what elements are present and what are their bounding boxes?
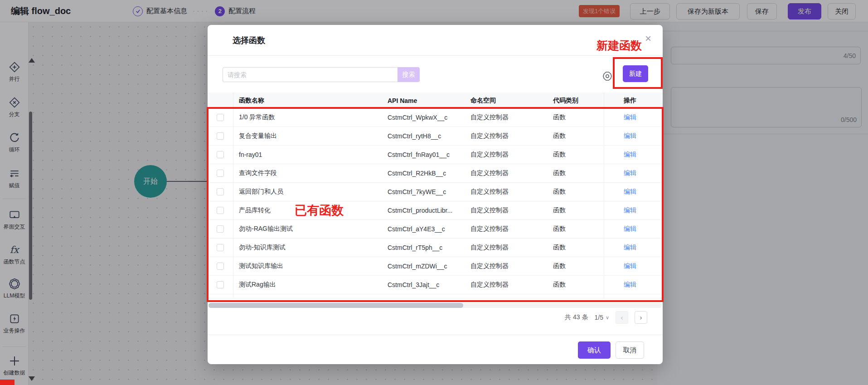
- function-table-body: 1/0 异常函数 CstmCtrl_WpkwX__c 自定义控制器 函数 编辑 …: [208, 108, 663, 294]
- row-checkbox[interactable]: [217, 132, 224, 140]
- table-row[interactable]: 复合变量输出 CstmCtrl_rytH8__c 自定义控制器 函数 编辑: [208, 127, 663, 146]
- search-input[interactable]: [223, 67, 398, 82]
- code-type-cell: 函数: [553, 206, 604, 214]
- function-name-cell: 产品库转化: [233, 206, 388, 214]
- api-name-cell: CstmCtrl_productLibr...: [388, 207, 470, 214]
- code-type-cell: 函数: [553, 188, 604, 196]
- namespace-cell: 自定义控制器: [470, 225, 553, 233]
- chevron-down-icon: ∨: [606, 315, 609, 321]
- edit-link[interactable]: 编辑: [624, 113, 636, 122]
- function-name-cell: 测试Rag输出: [233, 281, 388, 289]
- column-code-type: 代码类别: [553, 97, 604, 105]
- table-row[interactable]: fn-ray01 CstmCtrl_fnRay01__c 自定义控制器 函数 编…: [208, 146, 663, 164]
- code-type-cell: 函数: [553, 151, 604, 159]
- select-function-dialog: 选择函数 × 搜索 新建 函数名称 API Name 命名空间 代码类别 操作 …: [208, 25, 663, 364]
- row-checkbox[interactable]: [217, 281, 224, 288]
- dialog-header-divider: [208, 55, 663, 56]
- dialog-footer-divider: [208, 335, 663, 335]
- api-name-cell: CstmCtrl_fnRay01__c: [388, 151, 470, 158]
- function-name-cell: 勿动-知识库测试: [233, 244, 388, 252]
- api-name-cell: CstmCtrl_rytH8__c: [388, 132, 470, 140]
- edit-link[interactable]: 编辑: [624, 132, 636, 140]
- edit-link[interactable]: 编辑: [624, 206, 636, 214]
- total-count-label: 共 43 条: [565, 313, 588, 322]
- code-type-cell: 函数: [553, 132, 604, 140]
- row-checkbox[interactable]: [217, 225, 224, 233]
- edit-link[interactable]: 编辑: [624, 225, 636, 233]
- confirm-button[interactable]: 确认: [578, 341, 611, 359]
- next-page-button[interactable]: ›: [635, 311, 647, 324]
- code-type-cell: 函数: [553, 225, 604, 233]
- code-type-cell: 函数: [553, 113, 604, 122]
- prev-page-button[interactable]: ‹: [616, 311, 628, 324]
- code-type-cell: 函数: [553, 262, 604, 270]
- namespace-cell: 自定义控制器: [470, 132, 553, 140]
- row-checkbox[interactable]: [217, 151, 224, 158]
- table-row[interactable]: 勿动-知识库测试 CstmCtrl_rT5ph__c 自定义控制器 函数 编辑: [208, 239, 663, 257]
- row-checkbox[interactable]: [217, 207, 224, 214]
- edit-link[interactable]: 编辑: [624, 188, 636, 196]
- column-api-name: API Name: [388, 97, 470, 104]
- namespace-cell: 自定义控制器: [470, 188, 553, 196]
- function-name-cell: 查询文件字段: [233, 169, 388, 177]
- api-name-cell: CstmCtrl_R2HkB__c: [388, 170, 470, 177]
- namespace-cell: 自定义控制器: [470, 151, 553, 159]
- namespace-cell: 自定义控制器: [470, 262, 553, 270]
- api-name-cell: CstmCtrl_mZDWi__c: [388, 263, 470, 270]
- row-checkbox[interactable]: [217, 188, 224, 195]
- api-name-cell: CstmCtrl_7kyWE__c: [388, 188, 470, 195]
- table-row[interactable]: 1/0 异常函数 CstmCtrl_WpkwX__c 自定义控制器 函数 编辑: [208, 108, 663, 127]
- function-name-cell: 返回部门和人员: [233, 188, 388, 196]
- table-row[interactable]: 返回部门和人员 CstmCtrl_7kyWE__c 自定义控制器 函数 编辑: [208, 183, 663, 201]
- namespace-cell: 自定义控制器: [470, 206, 553, 214]
- scrollbar-thumb[interactable]: [209, 303, 463, 308]
- pagination: 共 43 条 1/5 ∨ ‹ ›: [565, 311, 647, 324]
- function-name-cell: 测试知识库输出: [233, 262, 388, 270]
- code-type-cell: 函数: [553, 281, 604, 289]
- api-name-cell: CstmCtrl_rT5ph__c: [388, 244, 470, 251]
- row-checkbox[interactable]: [217, 244, 224, 251]
- function-name-cell: 勿动-RAG输出测试: [233, 225, 388, 233]
- namespace-cell: 自定义控制器: [470, 113, 553, 122]
- function-name-cell: fn-ray01: [233, 151, 388, 158]
- function-name-cell: 1/0 异常函数: [233, 113, 388, 122]
- cancel-button[interactable]: 取消: [616, 341, 644, 359]
- settings-gear-icon[interactable]: [602, 71, 613, 82]
- table-row[interactable]: 产品库转化 CstmCtrl_productLibr... 自定义控制器 函数 …: [208, 201, 663, 220]
- new-function-button[interactable]: 新建: [623, 65, 648, 82]
- code-type-cell: 函数: [553, 244, 604, 252]
- namespace-cell: 自定义控制器: [470, 169, 553, 177]
- edit-link[interactable]: 编辑: [624, 244, 636, 252]
- partial-table-row: [208, 294, 663, 298]
- api-name-cell: CstmCtrl_aY4E3__c: [388, 225, 470, 233]
- function-table-header: 函数名称 API Name 命名空间 代码类别 操作: [208, 93, 663, 108]
- dialog-title: 选择函数: [233, 35, 265, 46]
- table-row[interactable]: 测试Rag输出 CstmCtrl_3Jajt__c 自定义控制器 函数 编辑: [208, 276, 663, 294]
- column-action: 操作: [604, 93, 663, 108]
- namespace-cell: 自定义控制器: [470, 281, 553, 289]
- page-size-select[interactable]: 1/5 ∨: [594, 314, 609, 321]
- search-button[interactable]: 搜索: [398, 67, 420, 82]
- row-checkbox[interactable]: [217, 170, 224, 177]
- header-checkbox-cell: [208, 93, 233, 108]
- table-horizontal-scrollbar: [209, 303, 662, 308]
- table-row[interactable]: 查询文件字段 CstmCtrl_R2HkB__c 自定义控制器 函数 编辑: [208, 164, 663, 183]
- edit-link[interactable]: 编辑: [624, 262, 636, 270]
- function-name-cell: 复合变量输出: [233, 132, 388, 140]
- close-icon[interactable]: ×: [642, 32, 655, 45]
- edit-link[interactable]: 编辑: [624, 169, 636, 177]
- column-namespace: 命名空间: [470, 97, 553, 105]
- app-window: 开始 4/50 0/500 编辑 flow_doc 配置基本信息 ···· 2 …: [0, 0, 868, 385]
- namespace-cell: 自定义控制器: [470, 244, 553, 252]
- edit-link[interactable]: 编辑: [624, 151, 636, 159]
- table-row[interactable]: 勿动-RAG输出测试 CstmCtrl_aY4E3__c 自定义控制器 函数 编…: [208, 220, 663, 239]
- api-name-cell: CstmCtrl_3Jajt__c: [388, 281, 470, 288]
- edit-link[interactable]: 编辑: [624, 281, 636, 289]
- api-name-cell: CstmCtrl_WpkwX__c: [388, 114, 470, 121]
- code-type-cell: 函数: [553, 169, 604, 177]
- row-checkbox[interactable]: [217, 263, 224, 270]
- table-row[interactable]: 测试知识库输出 CstmCtrl_mZDWi__c 自定义控制器 函数 编辑: [208, 257, 663, 276]
- page-indicator: 1/5: [594, 314, 603, 321]
- column-function-name: 函数名称: [233, 97, 388, 105]
- row-checkbox[interactable]: [217, 114, 224, 121]
